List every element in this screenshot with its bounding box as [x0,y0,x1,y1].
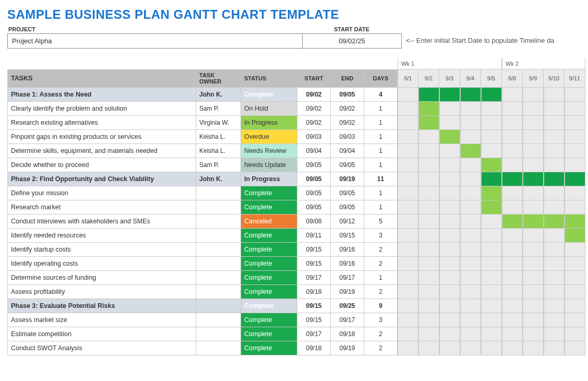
task-days[interactable]: 2 [364,243,398,257]
task-end[interactable]: 09/05 [331,158,364,172]
task-days[interactable]: 1 [364,102,398,116]
task-end[interactable]: 09/16 [331,243,364,257]
task-owner[interactable] [196,313,241,327]
task-name[interactable]: Pinpoint gaps in existing products or se… [7,130,196,144]
task-start[interactable]: 09/08 [297,215,331,229]
task-status[interactable]: Complete [241,313,297,327]
task-owner[interactable]: Keisha L. [196,144,241,158]
task-name[interactable]: Phase 2: Find Opportunity and Check Viab… [7,172,196,186]
task-name[interactable]: Define your mission [7,186,196,200]
task-status[interactable]: Complete [241,243,297,257]
task-days[interactable]: 3 [364,313,398,327]
task-end[interactable]: 09/25 [331,299,364,313]
task-end[interactable]: 09/04 [331,144,364,158]
task-status[interactable]: In Progress [241,172,297,186]
task-name[interactable]: Estimate competition [7,327,196,341]
task-days[interactable]: 1 [364,271,398,285]
task-days[interactable]: 1 [364,144,398,158]
task-end[interactable]: 09/05 [331,88,364,102]
task-end[interactable]: 09/19 [331,285,364,299]
task-owner[interactable] [196,243,241,257]
task-status[interactable]: Complete [241,257,297,271]
task-status[interactable]: Overdue [241,130,297,144]
task-name[interactable]: Research market [7,200,196,215]
task-name[interactable]: Assess profitability [7,285,196,299]
task-days[interactable]: 1 [364,186,398,200]
task-start[interactable]: 09/05 [297,158,331,172]
task-start[interactable]: 09/02 [297,102,331,116]
task-start[interactable]: 09/03 [297,130,331,144]
task-status[interactable]: In Progress [241,116,297,130]
task-owner[interactable]: Virginia W. [196,116,241,130]
task-days[interactable]: 2 [364,327,398,341]
task-owner[interactable] [196,257,241,271]
project-name-input[interactable]: Project Alpha [7,33,303,49]
task-owner[interactable] [196,327,241,341]
task-name[interactable]: Clearly identify the problem and solutio… [7,102,196,116]
task-status[interactable]: Complete [241,200,297,215]
task-start[interactable]: 09/05 [297,172,331,186]
task-start[interactable]: 09/02 [297,116,331,130]
task-owner[interactable] [196,271,241,285]
task-days[interactable]: 2 [364,257,398,271]
task-days[interactable]: 2 [364,285,398,299]
task-start[interactable]: 09/05 [297,200,331,215]
task-owner[interactable]: John K. [196,88,241,102]
task-start[interactable]: 09/04 [297,144,331,158]
task-days[interactable]: 4 [364,88,398,102]
task-status[interactable]: Complete [241,229,297,243]
task-days[interactable]: 3 [364,229,398,243]
task-start[interactable]: 09/17 [297,271,331,285]
task-end[interactable]: 09/05 [331,186,364,200]
task-name[interactable]: Conduct interviews with stakeholders and… [7,215,196,229]
task-status[interactable]: Canceled [241,215,297,229]
task-days[interactable]: 1 [364,130,398,144]
task-end[interactable]: 09/12 [331,215,364,229]
task-name[interactable]: Research existing alternatives [7,116,196,130]
task-name[interactable]: Decide whether to proceed [7,158,196,172]
task-status[interactable]: Complete [241,285,297,299]
task-status[interactable]: Complete [241,341,297,355]
task-start[interactable]: 09/15 [297,257,331,271]
task-status[interactable]: Needs Update [241,158,297,172]
task-days[interactable]: 2 [364,341,398,355]
task-owner[interactable]: John K. [196,172,241,186]
task-owner[interactable] [196,341,241,355]
task-name[interactable]: Determine skills, equipment, and materia… [7,144,196,158]
task-status[interactable]: Complete [241,299,297,313]
task-end[interactable]: 09/17 [331,313,364,327]
task-status[interactable]: Complete [241,88,297,102]
task-end[interactable]: 09/19 [331,172,364,186]
task-status[interactable]: On Hold [241,102,297,116]
task-start[interactable]: 09/15 [297,313,331,327]
task-name[interactable]: Assess market size [7,313,196,327]
task-end[interactable]: 09/18 [331,327,364,341]
task-owner[interactable]: Keisha L. [196,130,241,144]
task-start[interactable]: 09/18 [297,341,331,355]
task-end[interactable]: 09/19 [331,341,364,355]
task-owner[interactable] [196,186,241,200]
task-start[interactable]: 09/11 [297,229,331,243]
task-status[interactable]: Needs Review [241,144,297,158]
task-name[interactable]: Identify needed resources [7,229,196,243]
task-start[interactable]: 09/18 [297,285,331,299]
task-name[interactable]: Conduct SWOT Analysis [7,341,196,355]
task-owner[interactable] [196,215,241,229]
task-days[interactable]: 11 [364,172,398,186]
task-name[interactable]: Identify startup costs [7,243,196,257]
task-status[interactable]: Complete [241,186,297,200]
task-start[interactable]: 09/15 [297,243,331,257]
task-start[interactable]: 09/17 [297,327,331,341]
task-end[interactable]: 09/16 [331,257,364,271]
task-days[interactable]: 5 [364,215,398,229]
task-name[interactable]: Determine sources of funding [7,271,196,285]
task-name[interactable]: Phase 3: Evaluate Potential Risks [7,299,196,313]
task-end[interactable]: 09/05 [331,200,364,215]
task-end[interactable]: 09/03 [331,130,364,144]
task-start[interactable]: 09/05 [297,186,331,200]
task-status[interactable]: Complete [241,327,297,341]
task-owner[interactable] [196,229,241,243]
start-date-input[interactable]: 09/02/25 [303,33,402,49]
task-status[interactable]: Complete [241,271,297,285]
task-owner[interactable] [196,285,241,299]
